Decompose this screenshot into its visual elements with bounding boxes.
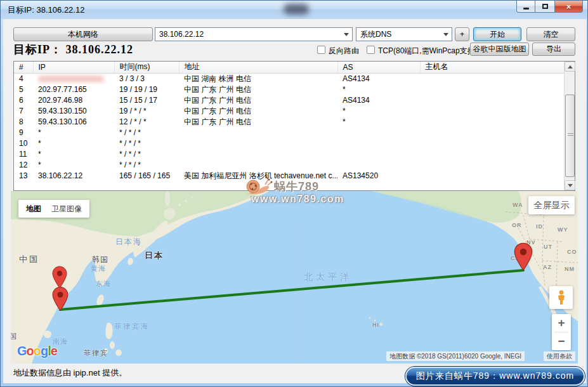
- add-button[interactable]: +: [455, 27, 469, 41]
- target-ip-label: 目标IP： 38.106.22.12: [13, 42, 133, 57]
- target-ip-dropdown-zone[interactable]: [341, 29, 351, 40]
- chevron-down-icon: [344, 33, 349, 36]
- redacted-smudge: [284, 4, 309, 15]
- map-label: 菲律宾: [84, 348, 108, 358]
- reverse-route-checkbox[interactable]: [317, 46, 325, 54]
- map-label: 北太平洋: [304, 272, 352, 283]
- scroll-down-button[interactable]: [565, 180, 575, 190]
- cell-host: [420, 117, 565, 128]
- map-label: UT: [544, 244, 552, 250]
- cell-host: [420, 84, 565, 95]
- table-row[interactable]: 6202.97.46.9815 / 15 / 17中国 广东 广州 电信AS41…: [14, 95, 565, 106]
- tcp-checkbox[interactable]: [367, 46, 375, 54]
- map-label: 日本: [145, 250, 164, 261]
- map-label: 中国: [19, 254, 39, 265]
- table-row[interactable]: 1338.106.22.12165 / 165 / 165美国 加利福尼亚州 洛…: [14, 171, 565, 181]
- statusbar-text: 地址数据信息由 ipip.net 提供。: [13, 367, 127, 379]
- cell-hop: 8: [14, 117, 33, 128]
- table-row[interactable]: 759.43.130.15019 / * / *中国 广东 广州 电信*: [14, 106, 565, 117]
- scrollbar-thumb[interactable]: [565, 95, 575, 177]
- cell-address: [179, 138, 337, 149]
- cell-hop: 13: [14, 171, 33, 181]
- map-pin-los-angeles[interactable]: [514, 242, 533, 272]
- map-pin-zhuzhou[interactable]: [52, 266, 67, 289]
- zoom-out-button[interactable]: −: [552, 332, 571, 350]
- arrow-up-icon: [568, 65, 573, 69]
- clear-button[interactable]: 清空: [526, 27, 575, 41]
- table-row[interactable]: 5202.97.77.16519 / 19 / 19中国 广东 广州 电信*: [14, 84, 565, 95]
- close-button[interactable]: ×: [554, 1, 583, 13]
- google-cn-map-button[interactable]: 谷歌中国版地图: [470, 43, 529, 56]
- cell-address: [179, 160, 337, 171]
- column-header[interactable]: 时间(ms): [114, 62, 179, 73]
- map-type-satellite-button[interactable]: 卫星图像: [51, 204, 82, 214]
- map-type-map-button[interactable]: 地图: [26, 204, 41, 214]
- maximize-button[interactable]: [535, 1, 554, 13]
- cell-host: [420, 73, 565, 84]
- map-label: WA: [513, 202, 523, 208]
- cell-address: 中国 广东 广州 电信: [179, 95, 337, 106]
- map-label: 黄海: [91, 264, 106, 273]
- trace-table: #IP时间(ms)地址AS主机名 43 / 3 / 3中国 湖南 株洲 电信AS…: [13, 61, 575, 191]
- fullscreen-button[interactable]: 全屏显示: [528, 196, 575, 214]
- google-logo-letter: o: [34, 344, 41, 358]
- start-button[interactable]: 开始: [473, 27, 521, 41]
- window-controls: ×: [516, 1, 583, 13]
- table-row[interactable]: 9** / * / *: [14, 128, 565, 138]
- table-row[interactable]: 859.43.130.10612 / * / *中国 广东 广州 电信*: [14, 117, 565, 128]
- map-label: 国: [11, 332, 16, 341]
- cell-time: 15 / 15 / 17: [114, 95, 179, 106]
- map-canvas[interactable]: 中国韩国日本日本海黄海东海北太平洋菲律宾海南海菲律宾国WAORIDWYNVUTC…: [11, 191, 578, 364]
- table-scrollbar[interactable]: [564, 62, 575, 190]
- minimize-icon: [523, 8, 529, 10]
- terms-link[interactable]: 使用条款: [544, 351, 575, 361]
- reverse-route-label[interactable]: 反向路由: [329, 46, 359, 56]
- cell-hop: 9: [14, 128, 33, 138]
- target-ip-combobox[interactable]: 38.106.22.12: [155, 27, 353, 41]
- maximize-icon: [542, 4, 548, 9]
- local-network-button[interactable]: 本机网络: [13, 27, 153, 41]
- cell-address: 美国 加利福尼亚州 洛杉矶 techavenue.net c...: [179, 171, 337, 181]
- cell-time: 19 / * / *: [114, 106, 179, 117]
- cell-ip: *: [33, 160, 114, 171]
- titlebar[interactable]: 目标IP: 38.106.22.12 ×: [1, 1, 587, 19]
- cell-hop: 12: [14, 160, 33, 171]
- column-header[interactable]: IP: [33, 62, 114, 73]
- cell-ip: [33, 73, 114, 84]
- target-ip-combobox-value: 38.106.22.12: [159, 30, 204, 39]
- table-row[interactable]: 10** / * / *: [14, 138, 565, 149]
- table-row[interactable]: 11** / * / *: [14, 149, 565, 160]
- column-header[interactable]: 主机名: [420, 62, 565, 73]
- cell-as: AS4134: [337, 95, 420, 106]
- google-logo[interactable]: Google: [17, 344, 57, 358]
- cell-time: * / * / *: [114, 149, 179, 160]
- cell-as: [337, 149, 420, 160]
- column-header[interactable]: #: [14, 62, 33, 73]
- cell-as: AS4134: [337, 73, 420, 84]
- map-label: WY: [558, 226, 568, 233]
- column-header[interactable]: AS: [337, 62, 420, 73]
- table-row[interactable]: 43 / 3 / 3中国 湖南 株洲 电信AS4134: [14, 73, 565, 84]
- cell-hop: 5: [14, 84, 33, 95]
- zoom-in-button[interactable]: +: [552, 314, 571, 332]
- cell-hop: 10: [14, 138, 33, 149]
- cell-ip: 59.43.130.150: [33, 106, 114, 117]
- dns-dropdown-zone[interactable]: [440, 29, 451, 40]
- map-label: HI: [372, 322, 379, 328]
- scroll-up-button[interactable]: [565, 62, 575, 72]
- pegman-button[interactable]: [549, 286, 573, 309]
- map-pin-guangzhou[interactable]: [52, 286, 69, 312]
- export-button[interactable]: 导出: [532, 43, 575, 56]
- cell-ip: 202.97.77.165: [33, 84, 114, 95]
- minimize-button[interactable]: [516, 1, 535, 13]
- dns-combobox-value: 系统DNS: [360, 29, 391, 40]
- trace-table-header-row: #IP时间(ms)地址AS主机名: [14, 62, 565, 73]
- tcp-label[interactable]: TCP(80端口,需WinPcap支持): [378, 46, 478, 56]
- cell-as: [337, 128, 420, 138]
- watermark-badge: 图片来自蜗牛789：www.wn789.com: [405, 367, 585, 386]
- pegman-icon: [556, 290, 566, 305]
- cell-hop: 7: [14, 106, 33, 117]
- table-row[interactable]: 12** / * / *: [14, 160, 565, 171]
- dns-combobox[interactable]: 系统DNS: [356, 27, 452, 41]
- column-header[interactable]: 地址: [179, 62, 337, 73]
